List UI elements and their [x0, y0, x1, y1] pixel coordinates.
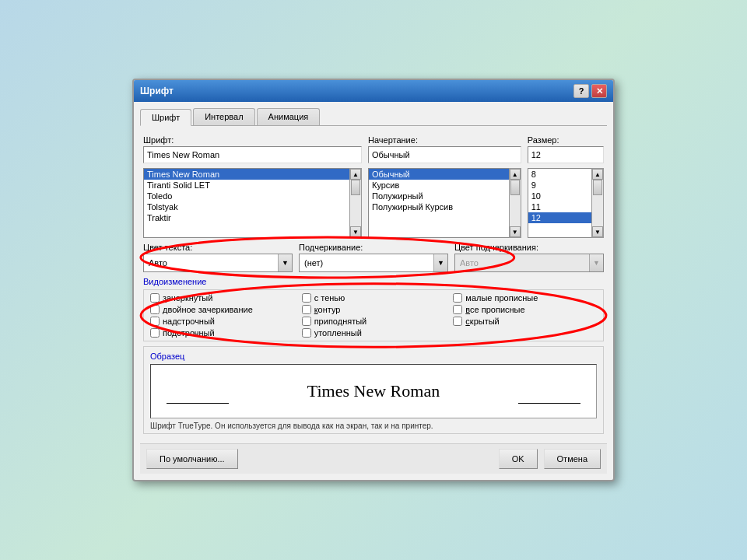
checkbox-superscript-label: надстрочный — [163, 317, 215, 326]
cancel-button[interactable]: Отмена — [544, 449, 601, 469]
list-item[interactable]: 12 — [528, 212, 591, 223]
checkbox-hidden-input[interactable] — [453, 317, 462, 326]
tab-interval[interactable]: Интервал — [193, 108, 254, 125]
close-button[interactable]: ✕ — [591, 84, 607, 98]
list-item[interactable]: 9 — [528, 180, 591, 191]
text-color-arrow[interactable]: ▼ — [278, 254, 292, 271]
text-color-value: Авто — [144, 254, 278, 271]
font-list-col: Times New Roman Tiranti Solid LET Toledo… — [143, 168, 362, 238]
checkbox-strikethrough-input[interactable] — [150, 293, 160, 303]
checkbox-engraved-input[interactable] — [302, 328, 311, 338]
underline-color-label: Цвет подчеркивания: — [454, 243, 604, 252]
checkbox-all-caps-input[interactable] — [453, 305, 462, 314]
scroll-track — [510, 180, 521, 226]
size-input[interactable] — [528, 146, 604, 163]
tab-animation[interactable]: Анимация — [257, 108, 321, 125]
dialog-title: Шрифт — [140, 86, 174, 96]
title-bar: Шрифт ? ✕ — [134, 80, 613, 102]
list-item[interactable]: Курсив — [369, 180, 509, 191]
list-item[interactable]: Tolstyak — [144, 201, 349, 212]
checkbox-small-caps-input[interactable] — [453, 293, 462, 303]
ok-button[interactable]: OK — [499, 449, 538, 469]
underline-arrow[interactable]: ▼ — [433, 254, 447, 271]
underline-color-arrow[interactable]: ▼ — [589, 254, 603, 271]
list-item[interactable]: 11 — [528, 201, 591, 212]
tab-font[interactable]: Шрифт — [140, 109, 191, 126]
style-input[interactable] — [368, 146, 521, 163]
scroll-up-btn[interactable]: ▲ — [592, 169, 603, 180]
color-row: Цвет текста: Авто ▼ Подчеркивание: (нет)… — [143, 243, 604, 272]
dialog-footer: По умолчанию... OK Отмена — [140, 443, 607, 474]
underline-color-group: Цвет подчеркивания: Авто ▼ — [454, 243, 604, 272]
checkbox-double-strike-input[interactable] — [150, 305, 160, 314]
checkbox-shadow-input[interactable] — [302, 293, 311, 303]
underline-dropdown[interactable]: (нет) ▼ — [299, 254, 448, 272]
checkbox-superscript-input[interactable] — [150, 317, 160, 326]
font-list-scrollbar[interactable]: ▲ ▼ — [349, 168, 362, 238]
scroll-down-btn[interactable]: ▼ — [592, 226, 603, 237]
checkbox-outline-input[interactable] — [302, 305, 311, 314]
text-color-label: Цвет текста: — [143, 243, 293, 252]
checkbox-engraved-label: утопленный — [314, 328, 362, 338]
checkbox-raised-input[interactable] — [302, 317, 311, 326]
checkbox-raised: приподнятый — [302, 317, 446, 326]
checkbox-subscript-input[interactable] — [150, 328, 160, 338]
list-item[interactable]: Полужирный Курсив — [369, 201, 509, 212]
checkbox-superscript: надстрочный — [150, 317, 294, 326]
style-label: Начертание: — [368, 135, 521, 145]
tab-bar: Шрифт Интервал Анимация — [140, 108, 607, 126]
scroll-thumb[interactable] — [593, 180, 602, 195]
scroll-up-btn[interactable]: ▲ — [510, 169, 521, 180]
sample-underline-left — [167, 403, 229, 404]
list-item[interactable]: Tiranti Solid LET — [144, 180, 349, 191]
scroll-thumb[interactable] — [351, 180, 360, 195]
size-list-scrollbar[interactable]: ▲ ▼ — [591, 168, 604, 238]
scroll-down-btn[interactable]: ▼ — [350, 226, 361, 237]
effects-section: Видоизменение зачеркнутый с тенью — [143, 277, 604, 341]
list-item[interactable]: Toledo — [144, 191, 349, 201]
sample-label: Образец — [150, 352, 597, 361]
scroll-down-btn[interactable]: ▼ — [510, 226, 521, 237]
checkbox-subscript: подстрочный — [150, 328, 294, 338]
text-color-dropdown[interactable]: Авто ▼ — [143, 254, 293, 272]
default-button[interactable]: По умолчанию... — [146, 449, 238, 469]
size-list-col: 8 9 10 11 12 ▲ ▼ — [528, 168, 604, 238]
underline-group: Подчеркивание: (нет) ▼ — [299, 243, 448, 272]
checkbox-hidden-label: скрытый — [465, 317, 499, 326]
scroll-up-btn[interactable]: ▲ — [350, 169, 361, 180]
list-item[interactable]: Traktir — [144, 212, 349, 223]
title-bar-buttons: ? ✕ — [573, 84, 607, 98]
font-list-container: Times New Roman Tiranti Solid LET Toledo… — [143, 168, 362, 238]
sample-section: Образец Times New Roman Шрифт TrueType. … — [143, 346, 604, 434]
lists-row: Times New Roman Tiranti Solid LET Toledo… — [143, 168, 604, 238]
checkbox-shadow: с тенью — [302, 293, 446, 303]
scroll-thumb[interactable] — [510, 180, 520, 195]
list-item[interactable]: Полужирный — [369, 191, 509, 201]
font-input[interactable] — [143, 146, 362, 163]
underline-value: (нет) — [300, 254, 433, 271]
style-list-scrollbar[interactable]: ▲ ▼ — [509, 168, 521, 238]
style-list[interactable]: Обычный Курсив Полужирный Полужирный Кур… — [368, 168, 509, 238]
sample-box: Times New Roman — [150, 364, 597, 418]
checkbox-strikethrough: зачеркнутый — [150, 293, 294, 303]
checkbox-engraved: утопленный — [302, 328, 446, 338]
checkbox-small-caps-label: малые прописные — [465, 293, 538, 303]
list-item[interactable]: 8 — [528, 169, 591, 180]
sample-note: Шрифт TrueType. Он используется для выво… — [150, 422, 597, 430]
underline-color-dropdown[interactable]: Авто ▼ — [454, 254, 604, 272]
font-col: Шрифт: — [143, 135, 362, 163]
list-item[interactable]: Обычный — [369, 169, 509, 180]
font-list[interactable]: Times New Roman Tiranti Solid LET Toledo… — [143, 168, 349, 238]
size-list-container: 8 9 10 11 12 ▲ ▼ — [528, 168, 604, 238]
font-labels-row: Шрифт: Начертание: Размер: — [143, 135, 604, 163]
size-list[interactable]: 8 9 10 11 12 — [528, 168, 591, 238]
effects-label: Видоизменение — [143, 277, 604, 286]
checkbox-double-strike: двойное зачеркивание — [150, 305, 294, 314]
size-col: Размер: — [528, 135, 604, 163]
checkbox-all-caps-label: все прописные — [465, 305, 524, 314]
list-item[interactable]: 10 — [528, 191, 591, 201]
style-list-col: Обычный Курсив Полужирный Полужирный Кур… — [368, 168, 521, 238]
help-button[interactable]: ? — [573, 84, 589, 98]
checkbox-strikethrough-label: зачеркнутый — [163, 293, 212, 303]
list-item[interactable]: Times New Roman — [144, 169, 349, 180]
